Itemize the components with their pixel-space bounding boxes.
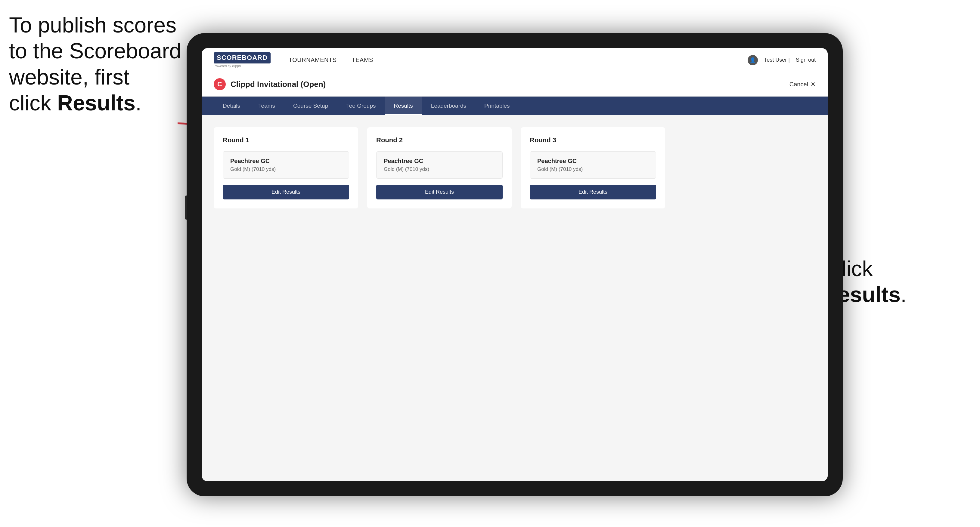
tablet-device: SCOREBOARD Powered by clippd TOURNAMENTS…	[187, 33, 843, 496]
logo-text: SCOREBOARD Powered by clippd	[214, 52, 270, 67]
logo-area: SCOREBOARD Powered by clippd	[214, 52, 270, 67]
main-content: Round 1 Peachtree GC Gold (M) (7010 yds)…	[202, 115, 828, 481]
tournament-name: Clippd Invitational (Open)	[231, 80, 326, 89]
nav-tournaments[interactable]: TOURNAMENTS	[289, 57, 337, 63]
round-3-course-name: Peachtree GC	[537, 158, 649, 165]
c-logo: C	[214, 78, 226, 90]
sign-out-link[interactable]: Sign out	[796, 57, 816, 63]
tournament-header: C Clippd Invitational (Open) Cancel ✕	[202, 72, 828, 97]
tab-results[interactable]: Results	[385, 97, 422, 115]
cancel-x-icon: ✕	[811, 81, 816, 88]
round-2-course-card: Peachtree GC Gold (M) (7010 yds)	[376, 151, 503, 179]
round-3-title: Round 3	[530, 136, 656, 144]
round-2-course-name: Peachtree GC	[384, 158, 495, 165]
round-2-card: Round 2 Peachtree GC Gold (M) (7010 yds)…	[367, 127, 512, 208]
nav-links: TOURNAMENTS TEAMS	[289, 57, 748, 63]
round-1-course-details: Gold (M) (7010 yds)	[230, 166, 342, 172]
logo-sub: Powered by clippd	[214, 64, 270, 68]
round-1-course-name: Peachtree GC	[230, 158, 342, 165]
tab-nav: Details Teams Course Setup Tee Groups Re…	[202, 97, 828, 115]
round-1-course-card: Peachtree GC Gold (M) (7010 yds)	[223, 151, 349, 179]
tab-course-setup[interactable]: Course Setup	[284, 97, 337, 115]
top-nav: SCOREBOARD Powered by clippd TOURNAMENTS…	[202, 48, 828, 72]
round-3-edit-results-button[interactable]: Edit Results	[530, 185, 656, 199]
cancel-button[interactable]: Cancel ✕	[789, 81, 816, 88]
user-icon: 👤	[748, 55, 758, 65]
rounds-grid: Round 1 Peachtree GC Gold (M) (7010 yds)…	[214, 127, 816, 208]
round-2-course-details: Gold (M) (7010 yds)	[384, 166, 495, 172]
user-label: Test User |	[764, 57, 790, 63]
tab-leaderboards[interactable]: Leaderboards	[422, 97, 475, 115]
logo-box: SCOREBOARD	[214, 52, 270, 63]
nav-teams[interactable]: TEAMS	[352, 57, 373, 63]
nav-right: 👤 Test User | Sign out	[748, 55, 816, 65]
round-1-edit-results-button[interactable]: Edit Results	[223, 185, 349, 199]
round-3-course-details: Gold (M) (7010 yds)	[537, 166, 649, 172]
tablet-screen: SCOREBOARD Powered by clippd TOURNAMENTS…	[202, 48, 828, 481]
round-1-title: Round 1	[223, 136, 349, 144]
round-3-course-card: Peachtree GC Gold (M) (7010 yds)	[530, 151, 656, 179]
round-2-edit-results-button[interactable]: Edit Results	[376, 185, 503, 199]
tournament-title: C Clippd Invitational (Open)	[214, 78, 326, 90]
round-3-card: Round 3 Peachtree GC Gold (M) (7010 yds)…	[521, 127, 665, 208]
tab-printables[interactable]: Printables	[475, 97, 519, 115]
tab-teams[interactable]: Teams	[249, 97, 284, 115]
round-1-card: Round 1 Peachtree GC Gold (M) (7010 yds)…	[214, 127, 358, 208]
instruction-left: To publish scores to the Scoreboard webs…	[9, 12, 184, 116]
round-2-title: Round 2	[376, 136, 503, 144]
tab-details[interactable]: Details	[214, 97, 249, 115]
tab-tee-groups[interactable]: Tee Groups	[337, 97, 385, 115]
